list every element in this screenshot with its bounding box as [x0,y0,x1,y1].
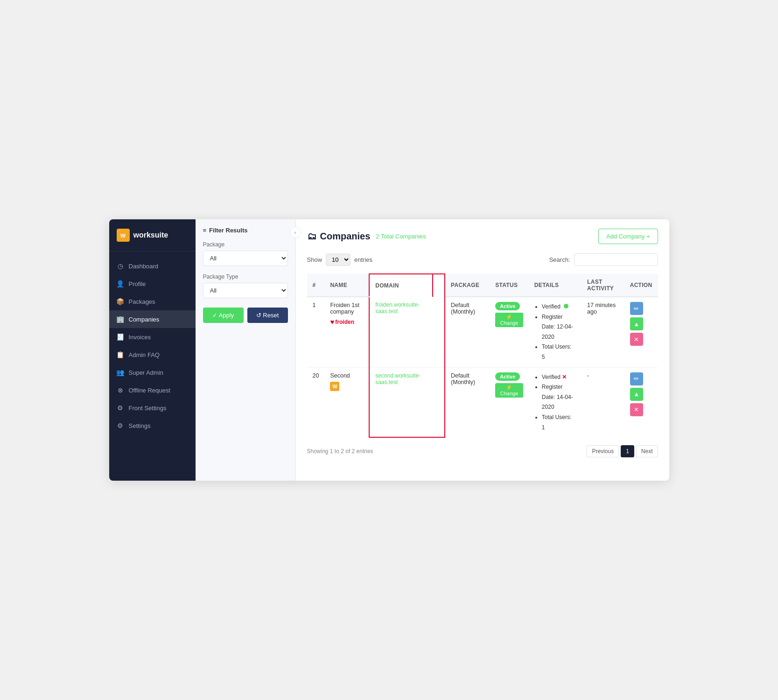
row-action: ✏ ▲ ✕ [624,367,658,437]
app-container: w worksuite ◷ Dashboard 👤 Profile 📦 Pack… [109,219,669,481]
table-controls: Show 10 entries Search: [307,253,658,266]
invoices-icon: 🧾 [117,333,124,341]
sidebar-item-label: Invoices [129,334,151,341]
col-package: PACKAGE [445,274,490,297]
show-entries: Show 10 entries [307,253,373,266]
action-buttons: ✏ ▲ ✕ [630,302,652,346]
col-name: NAME [324,274,369,297]
row-package: Default (Monthly) [445,367,490,437]
sidebar-item-super-admin[interactable]: 👥 Super Admin [109,364,196,381]
change-button[interactable]: ⚡ Change [495,313,523,327]
sidebar-item-label: Super Admin [129,369,163,376]
sidebar: w worksuite ◷ Dashboard 👤 Profile 📦 Pack… [109,219,196,481]
sidebar-item-dashboard[interactable]: ◷ Dashboard [109,257,196,275]
sidebar-item-admin-faq[interactable]: 📋 Admin FAQ [109,346,196,364]
col-domain-spacer [433,274,445,297]
packages-icon: 📦 [117,298,124,305]
sidebar-item-profile[interactable]: 👤 Profile [109,275,196,293]
row-number: 1 [307,297,325,367]
register-date-item: Register Date: 12-04-2020 [542,312,576,343]
front-settings-icon: ⚙ [117,404,124,412]
register-date-item: Register Date: 14-04-2020 [542,382,576,413]
total-users-item: Total Users: 1 [542,413,576,433]
row-domain: froiden.worksuite-saas.test [369,297,433,367]
package-type-label: Package Type [203,273,288,280]
sidebar-item-offline-request[interactable]: ⊗ Offline Request [109,381,196,399]
sidebar-item-packages[interactable]: 📦 Packages [109,293,196,310]
row-last-activity: 17 minutes ago [582,297,624,367]
sidebar-item-invoices[interactable]: 🧾 Invoices [109,328,196,346]
offline-icon: ⊗ [117,386,124,394]
col-domain: DOMAIN [369,274,433,297]
main-content: 🗂 Companies 2 Total Companies Add Compan… [296,219,669,481]
verified-item: Verified ✕ [542,372,576,383]
edit-button[interactable]: ✏ [630,372,643,385]
company-name: Froiden 1st company [330,302,363,315]
filter-collapse-button[interactable]: ‹ [290,227,301,238]
filter-title: ≡ Filter Results [203,227,288,234]
delete-button[interactable]: ✕ [630,403,643,416]
col-number: # [307,274,325,297]
sidebar-item-companies[interactable]: 🏢 Companies [109,310,196,328]
company-logo: W [330,382,363,391]
logo-icon: w [117,229,130,242]
froiden-text: froiden [335,319,354,325]
w-badge: W [330,382,339,391]
block-button[interactable]: ▲ [630,317,643,330]
sidebar-item-label: Admin FAQ [129,351,160,358]
companies-icon: 🏢 [117,315,124,323]
table-footer: Showing 1 to 2 of 2 entries Previous 1 N… [307,445,658,457]
sidebar-item-settings[interactable]: ⚙ Settings [109,417,196,434]
verified-icon [564,304,568,308]
row-name: Froiden 1st company ♥ froiden [324,297,369,367]
domain-link[interactable]: froiden.worksuite-saas.test [375,301,420,315]
search-group: Search: [549,253,658,266]
change-button[interactable]: ⚡ Change [495,383,523,398]
faq-icon: 📋 [117,351,124,358]
status-badge: Active [495,372,520,381]
add-company-button[interactable]: Add Company + [598,229,658,244]
sidebar-item-front-settings[interactable]: ⚙ Front Settings [109,399,196,417]
sidebar-item-label: Front Settings [129,405,167,412]
status-badge: Active [495,302,520,310]
previous-page-button[interactable]: Previous [587,445,619,457]
next-page-button[interactable]: Next [636,445,658,457]
heart-icon: ♥ [330,318,334,326]
super-admin-icon: 👥 [117,369,124,376]
package-type-select[interactable]: All [203,283,288,298]
page-title: 🗂 Companies [307,231,371,242]
sidebar-item-label: Settings [129,422,151,429]
table-row: 20 Second W second.worksuite-saas.test D… [307,367,658,437]
domain-link[interactable]: second.worksuite-saas.test [375,372,421,385]
row-number: 20 [307,367,325,437]
filter-panel: ‹ ≡ Filter Results Package All Package T… [196,219,296,481]
settings-icon: ⚙ [117,422,124,429]
verified-item: Verified [542,302,576,312]
sidebar-item-label: Dashboard [129,263,159,270]
sidebar-item-label: Packages [129,298,155,305]
row-name: Second W [324,367,369,437]
edit-button[interactable]: ✏ [630,302,643,315]
filter-package-type-section: Package Type All [203,273,288,298]
reset-button[interactable]: ↺ Reset [247,308,288,323]
company-logo: ♥ froiden [330,318,363,326]
pagination: Previous 1 Next [587,445,658,457]
row-action: ✏ ▲ ✕ [624,297,658,367]
table-row: 1 Froiden 1st company ♥ froiden froiden.… [307,297,658,367]
entries-select[interactable]: 10 [326,253,350,266]
row-details: Verified Register Date: 12-04-2020 Total… [529,297,582,367]
logo-text: worksuite [133,231,168,239]
current-page-button[interactable]: 1 [621,445,634,457]
companies-title-icon: 🗂 [307,231,316,242]
apply-button[interactable]: ✓ Apply [203,308,244,323]
sidebar-item-label: Offline Request [129,387,170,394]
not-verified-icon: ✕ [562,374,567,380]
total-users-item: Total Users: 5 [542,342,576,362]
package-label: Package [203,241,288,248]
delete-button[interactable]: ✕ [630,333,643,346]
search-input[interactable] [574,253,658,266]
search-label: Search: [549,256,570,263]
companies-table: # NAME DOMAIN PACKAGE STATUS DETAILS LAS… [307,273,658,438]
block-button[interactable]: ▲ [630,388,643,401]
package-select[interactable]: All [203,251,288,266]
